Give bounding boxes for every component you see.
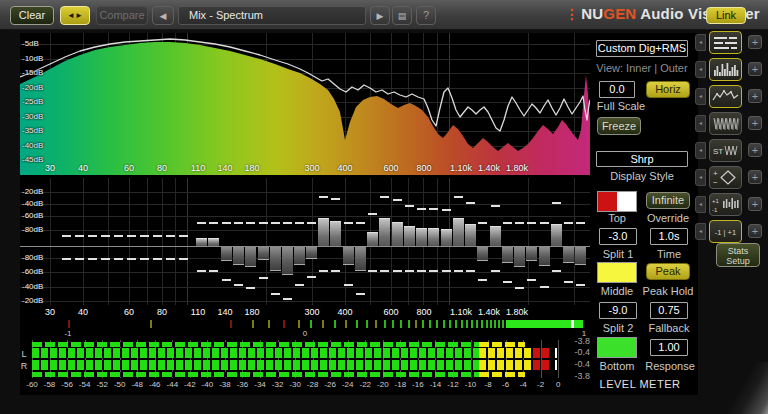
fallback-value[interactable]: 0.75	[650, 302, 688, 319]
peak-hold-dash	[515, 222, 524, 224]
split2-value[interactable]: -9.0	[599, 302, 637, 319]
link-button[interactable]: Link	[706, 7, 746, 24]
spectrum-line-view-tab[interactable]: ◂	[695, 88, 706, 105]
mid-band-bar	[404, 226, 415, 246]
meter-scale-number: -56	[61, 380, 73, 389]
preset-list-button[interactable]: ▤	[392, 6, 412, 25]
peak-hold-dash	[417, 208, 426, 210]
grid-line	[20, 301, 590, 302]
display-style-box[interactable]: Shrp	[596, 151, 688, 167]
correlation-tick	[408, 320, 410, 328]
peak-hold-dash	[454, 270, 463, 272]
top-swatch-left	[598, 192, 617, 211]
meter-readout-value[interactable]: -0.4	[566, 347, 590, 357]
stats-setup-button[interactable]: StatsSetup	[716, 243, 760, 267]
preset-prev-button[interactable]: ◀	[152, 6, 174, 25]
spectrogram-view-button[interactable]	[709, 112, 742, 135]
stereo-spectrogram-view-add-button[interactable]: +	[748, 143, 762, 157]
peak-hold-dash	[356, 293, 365, 295]
svg-text:−: −	[713, 178, 718, 187]
compare-button[interactable]: Compare	[96, 6, 148, 25]
middle-label: Middle	[601, 285, 633, 297]
meter-readout-value[interactable]: -0.4	[566, 359, 590, 369]
peak-hold-dash	[552, 270, 561, 272]
level-meter-view-button[interactable]	[709, 31, 742, 54]
top-color-swatch[interactable]	[597, 191, 637, 212]
peak-hold-dash	[209, 222, 218, 224]
full-scale-value[interactable]: 0.0	[599, 81, 635, 98]
meter-bar-yellow	[479, 348, 532, 358]
correlation-tick	[345, 320, 347, 328]
top-swatch-right	[617, 192, 636, 211]
stereo-spectrogram-view-tab[interactable]: ◂	[695, 142, 706, 159]
spectrogram-view-add-button[interactable]: +	[748, 116, 762, 130]
mid-db-label: -80dB	[22, 253, 43, 262]
correlation-view-tab[interactable]: ◂	[695, 223, 706, 240]
preset-name-field[interactable]: Mix - Spectrum	[178, 6, 366, 25]
correlation-bands-view-button[interactable]: +1-1	[709, 193, 742, 216]
spectrum-line-view-button[interactable]	[709, 85, 742, 108]
view-mode-label[interactable]: View: Inner | Outer	[596, 62, 687, 74]
mid-band-bar	[477, 247, 488, 261]
level-meter-view-tab[interactable]: ◂	[695, 34, 706, 51]
time-value[interactable]: 1.0s	[650, 228, 688, 245]
grid-line	[20, 204, 590, 205]
mid-band-bar	[428, 228, 439, 246]
meter-channel-label-r: R	[21, 361, 28, 371]
mid-freq-label: 40	[78, 307, 88, 317]
spectrum-bars-view-tab[interactable]: ◂	[695, 61, 706, 78]
horiz-button[interactable]: Horiz	[646, 81, 690, 98]
peak-hold-dash	[429, 270, 438, 272]
peak-button[interactable]: Peak	[646, 263, 690, 280]
mid-band-bar	[514, 247, 525, 267]
mid-freq-label: 1.80k	[506, 307, 528, 317]
split1-value[interactable]: -3.0	[599, 228, 637, 245]
meter-scale-number: -54	[79, 380, 91, 389]
freeze-button[interactable]: Freeze	[597, 117, 641, 135]
mid-band-bar	[526, 247, 537, 261]
meter-readout-value[interactable]: -3.8	[566, 336, 590, 346]
meter-type-box[interactable]: Custom Dig+RMS	[596, 40, 688, 57]
correlation-tick	[334, 320, 336, 328]
meter-scale-number: -6	[502, 380, 509, 389]
correlation-bands-view-add-button[interactable]: +	[748, 197, 762, 211]
meter-readout-value[interactable]: -3.8	[566, 371, 590, 381]
stereo-spectrogram-view-button[interactable]: ST	[709, 139, 742, 162]
correlation-bands-view-tab[interactable]: ◂	[695, 196, 706, 213]
override-button[interactable]: Infinite	[646, 192, 690, 209]
vectorscope-view-tab[interactable]: ◂	[695, 169, 706, 186]
correlation-view-add-button[interactable]: +	[748, 224, 762, 238]
peak-hold-dash	[442, 270, 451, 272]
help-button[interactable]: ?	[416, 6, 436, 25]
swap-ab-button[interactable]: ◄►	[60, 6, 90, 25]
mid-band-bar	[575, 247, 586, 265]
response-value[interactable]: 1.00	[650, 339, 688, 356]
correlation-tick	[298, 320, 300, 328]
spectrum-bars-view-button[interactable]	[709, 58, 742, 81]
meter-thin-green	[32, 372, 479, 377]
vectorscope-view-button[interactable]: +−	[709, 166, 742, 189]
correlation-tick	[466, 320, 468, 328]
spectrum-db-label: -35dB	[22, 126, 43, 135]
middle-color-swatch[interactable]	[597, 262, 637, 283]
level-meter-view-add-button[interactable]: +	[748, 35, 762, 49]
peak-hold-dash	[478, 222, 487, 224]
spectrum-bars-view-add-button[interactable]: +	[748, 62, 762, 76]
peak-hold-dash	[442, 209, 451, 211]
spectrum-line-view-add-button[interactable]: +	[748, 89, 762, 103]
vectorscope-view-add-button[interactable]: +	[748, 170, 762, 184]
svg-text:ST: ST	[713, 147, 723, 156]
bottom-color-swatch[interactable]	[597, 337, 637, 358]
preset-next-button[interactable]: ▶	[370, 6, 390, 25]
peak-hold-dash	[222, 222, 231, 224]
peak-hold-label: Peak Hold	[643, 285, 694, 297]
correlation-view-button[interactable]: -1 | +1	[709, 220, 742, 243]
peak-hold-dash	[319, 196, 328, 198]
peak-hold-dash	[466, 202, 475, 204]
clear-button[interactable]: Clear	[10, 6, 54, 25]
spectrum-freq-label: 110	[191, 163, 205, 173]
list-icon: ▤	[398, 11, 407, 21]
peak-hold-dash	[283, 222, 292, 224]
meter-thin-yellow	[479, 372, 525, 377]
spectrogram-view-tab[interactable]: ◂	[695, 115, 706, 132]
